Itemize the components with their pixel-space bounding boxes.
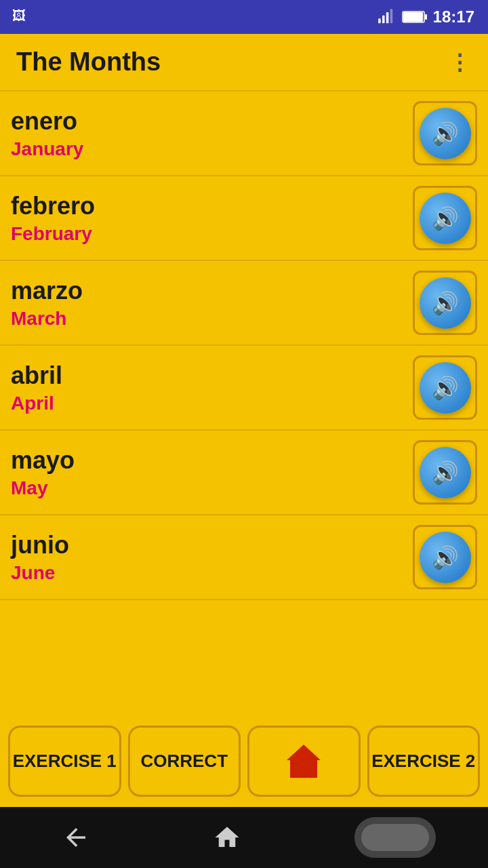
sound-button-abril[interactable]: 🔊 [413, 355, 477, 420]
svg-rect-5 [403, 12, 423, 22]
nav-home-button[interactable] [203, 814, 251, 861]
month-english-mayo: May [11, 477, 75, 499]
month-row-junio: junio June 🔊 [0, 515, 488, 600]
exercise1-button[interactable]: EXERCISE 1 [8, 726, 121, 797]
month-spanish-mayo: mayo [11, 446, 75, 475]
speaker-icon-junio: 🔊 [432, 545, 459, 570]
month-english-marzo: March [11, 308, 83, 330]
month-row-febrero: febrero February 🔊 [0, 176, 488, 261]
sound-button-enero[interactable]: 🔊 [413, 101, 477, 165]
month-spanish-junio: junio [11, 531, 69, 559]
sound-button-junio[interactable]: 🔊 [413, 525, 477, 589]
svg-rect-6 [425, 14, 427, 20]
speaker-icon-mayo: 🔊 [432, 460, 459, 486]
month-row-mayo: mayo May 🔊 [0, 431, 488, 515]
sound-button-mayo[interactable]: 🔊 [413, 440, 477, 505]
back-arrow-icon [62, 823, 90, 852]
month-english-abril: April [11, 393, 62, 414]
speaker-icon-febrero: 🔊 [432, 205, 459, 231]
svg-rect-0 [378, 18, 381, 23]
nav-recents-button[interactable] [354, 817, 436, 858]
android-nav-bar [0, 807, 488, 868]
sound-button-febrero[interactable]: 🔊 [413, 186, 477, 250]
nav-home-icon [213, 823, 241, 852]
month-english-junio: June [11, 562, 69, 584]
exercise2-button[interactable]: EXERCISE 2 [367, 726, 481, 797]
month-spanish-enero: enero [11, 107, 83, 136]
month-spanish-abril: abril [11, 361, 62, 390]
status-bar: 🖼 18:17 [0, 0, 488, 34]
month-row-enero: enero January 🔊 [0, 92, 488, 176]
home-app-button[interactable] [247, 726, 361, 797]
nav-back-button[interactable] [52, 814, 100, 861]
month-english-febrero: February [11, 223, 95, 245]
bottom-buttons-bar: EXERCISE 1 CORRECT EXERCISE 2 [0, 715, 488, 807]
month-row-abril: abril April 🔊 [0, 346, 488, 431]
status-time: 18:17 [433, 7, 474, 26]
battery-icon [402, 9, 428, 24]
speaker-icon-abril: 🔊 [432, 375, 459, 401]
empty-area [0, 600, 488, 715]
recents-icon [361, 824, 429, 851]
svg-rect-3 [390, 9, 392, 23]
months-list: enero January 🔊 febrero February 🔊 marzo… [0, 92, 488, 807]
house-icon [283, 741, 324, 782]
month-spanish-febrero: febrero [11, 192, 95, 220]
speaker-icon-enero: 🔊 [432, 121, 459, 146]
page-title: The Months [16, 47, 161, 77]
signal-icon [378, 7, 396, 26]
svg-rect-1 [382, 16, 385, 24]
more-vert-icon[interactable]: ⋮ [449, 50, 472, 75]
app-header: The Months ⋮ [0, 34, 488, 92]
sound-button-marzo[interactable]: 🔊 [413, 271, 477, 335]
svg-rect-2 [386, 12, 388, 23]
svg-rect-8 [300, 767, 308, 778]
correct-button[interactable]: CORRECT [128, 726, 241, 797]
month-english-enero: January [11, 138, 83, 160]
month-spanish-marzo: marzo [11, 277, 83, 305]
month-row-marzo: marzo March 🔊 [0, 261, 488, 346]
speaker-icon-marzo: 🔊 [432, 290, 459, 316]
